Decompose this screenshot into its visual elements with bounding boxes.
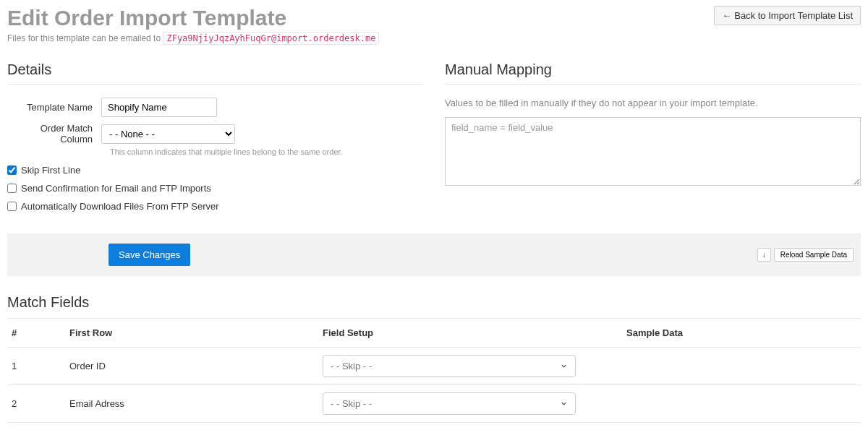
row-first: Order ID: [65, 348, 318, 385]
table-row: 1 Order ID - - Skip - -: [7, 348, 861, 385]
skip-first-line-label: Skip First Line: [21, 165, 80, 176]
order-match-label: Order Match Column: [7, 123, 101, 145]
table-row: 2 Email Adress - - Skip - -: [7, 385, 861, 423]
template-name-input[interactable]: [101, 98, 217, 117]
row-sample: [622, 385, 861, 423]
mapping-help: Values to be filled in manually if they …: [445, 98, 861, 108]
back-button-label: Back to Import Template List: [734, 10, 853, 21]
mapping-textarea[interactable]: [445, 117, 861, 186]
row-first: Email Adress: [65, 385, 318, 423]
send-confirmation-label: Send Confirmation for Email and FTP Impo…: [21, 183, 211, 194]
row-idx: 2: [7, 385, 65, 423]
subtext-prefix: Files for this template can be emailed t…: [7, 33, 163, 43]
template-email: ZFya9NjiyJqzAyhFuqGr@import.orderdesk.me: [163, 32, 379, 45]
download-icon-button[interactable]: ↓: [757, 248, 771, 262]
row-sample: [622, 423, 861, 431]
order-match-help: This column indicates that multiple line…: [110, 147, 423, 156]
table-row: 3 Item Price - - Skip - -: [7, 423, 861, 431]
match-fields-title: Match Fields: [7, 294, 861, 319]
save-button[interactable]: Save Changes: [109, 244, 190, 266]
arrow-left-icon: ←: [722, 10, 731, 21]
mapping-title: Manual Mapping: [445, 61, 861, 85]
header-field-setup: Field Setup: [318, 319, 622, 348]
header-first-row: First Row: [65, 319, 318, 348]
row-idx: 1: [7, 348, 65, 385]
details-title: Details: [7, 61, 423, 85]
auto-download-label: Automatically Download Files From FTP Se…: [21, 201, 219, 212]
reload-button[interactable]: Reload Sample Data: [774, 248, 854, 262]
page-title: Edit Order Import Template: [7, 6, 379, 30]
skip-first-line-checkbox[interactable]: [7, 165, 17, 175]
send-confirmation-checkbox[interactable]: [7, 184, 17, 193]
auto-download-checkbox[interactable]: [7, 202, 17, 211]
row-sample: [622, 348, 861, 385]
field-setup-select[interactable]: - - Skip - -: [323, 355, 576, 377]
email-subtext: Files for this template can be emailed t…: [7, 33, 379, 43]
field-setup-select[interactable]: - - Skip - -: [323, 392, 576, 415]
header-sample-data: Sample Data: [622, 319, 861, 348]
action-bar: Save Changes ↓ Reload Sample Data: [7, 233, 861, 276]
row-idx: 3: [7, 423, 65, 431]
match-fields-table: # First Row Field Setup Sample Data 1 Or…: [7, 319, 861, 430]
header-idx: #: [7, 319, 65, 348]
template-name-label: Template Name: [7, 102, 101, 113]
back-button[interactable]: ← Back to Import Template List: [714, 6, 861, 25]
row-first: Item Price: [65, 423, 318, 431]
order-match-select[interactable]: - - None - -: [101, 124, 235, 144]
